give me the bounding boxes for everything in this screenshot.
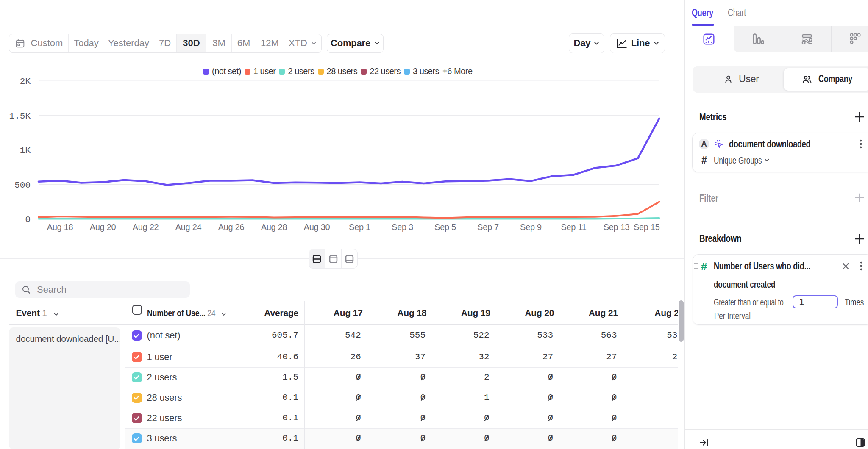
svg-text:Aug 30: Aug 30: [304, 222, 330, 232]
svg-text:Sep 15: Sep 15: [634, 222, 660, 232]
svg-text:Sep 9: Sep 9: [520, 222, 542, 232]
svg-text:Aug 22: Aug 22: [133, 222, 159, 232]
svg-text:1.5K: 1.5K: [9, 111, 31, 121]
svg-text:Aug 28: Aug 28: [261, 222, 287, 232]
svg-text:Aug 18: Aug 18: [47, 222, 73, 232]
svg-text:Sep 3: Sep 3: [392, 222, 413, 232]
svg-text:Sep 7: Sep 7: [477, 222, 499, 232]
svg-text:Sep 11: Sep 11: [561, 222, 586, 232]
svg-text:Aug 20: Aug 20: [90, 222, 116, 232]
svg-text:Aug 24: Aug 24: [175, 222, 202, 232]
svg-text:Aug 26: Aug 26: [218, 222, 245, 232]
svg-text:Sep 1: Sep 1: [349, 222, 370, 232]
svg-text:Sep 5: Sep 5: [434, 222, 456, 232]
svg-text:0: 0: [25, 215, 31, 224]
svg-text:2K: 2K: [20, 77, 31, 86]
svg-text:1K: 1K: [20, 146, 31, 155]
svg-text:500: 500: [14, 180, 31, 190]
svg-text:Sep 13: Sep 13: [604, 222, 630, 232]
